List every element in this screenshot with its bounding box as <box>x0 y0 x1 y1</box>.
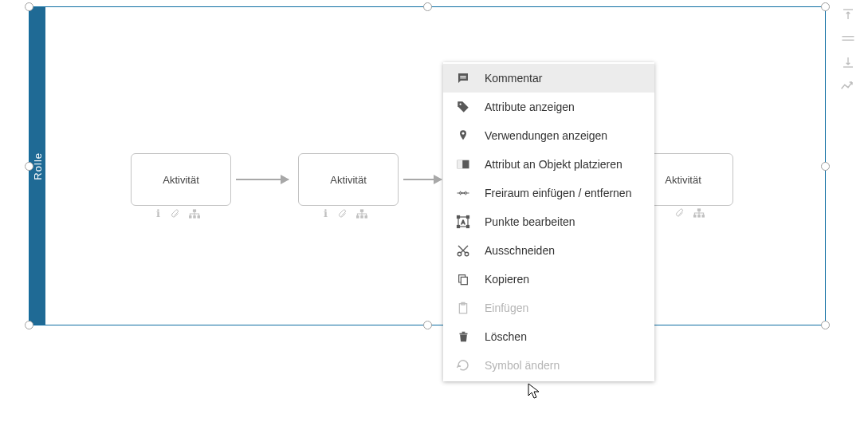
align-middle-icon <box>841 34 855 43</box>
pin-icon <box>456 128 470 143</box>
svg-rect-24 <box>467 226 469 228</box>
menu-item-label: Kopieren <box>485 273 642 286</box>
edit-points-icon: A <box>456 215 470 229</box>
resize-handle-top-left[interactable] <box>25 2 33 11</box>
svg-rect-12 <box>460 76 466 77</box>
side-toolbar <box>837 6 859 94</box>
svg-rect-1 <box>189 215 192 219</box>
menu-item-edit-points[interactable]: A Punkte bearbeiten <box>443 207 654 236</box>
svg-point-18 <box>461 192 463 194</box>
activity-node[interactable]: Aktivität <box>131 153 231 206</box>
svg-rect-10 <box>697 215 701 218</box>
resize-handle-bottom-left[interactable] <box>25 321 33 329</box>
align-top-icon <box>841 7 855 22</box>
trash-icon <box>456 329 470 344</box>
resize-handle-bottom-right[interactable] <box>821 321 830 329</box>
comment-icon <box>456 71 470 85</box>
menu-item-label: Kommentar <box>485 72 642 85</box>
undo-icon <box>456 358 470 373</box>
menu-item-label: Symbol ändern <box>485 359 642 372</box>
org-icon <box>189 209 200 219</box>
info-icon: ℹ <box>324 207 328 219</box>
panel-icon <box>456 157 470 172</box>
svg-rect-7 <box>365 215 368 219</box>
menu-item-show-usages[interactable]: Verwendungen anzeigen <box>443 121 654 150</box>
attachment-icon <box>337 208 347 219</box>
hspace-icon <box>456 186 470 200</box>
svg-rect-9 <box>693 215 697 218</box>
align-middle-button[interactable] <box>839 30 857 46</box>
resize-handle-top-center[interactable] <box>423 2 432 11</box>
cursor-icon <box>528 383 540 399</box>
paste-icon <box>456 301 470 315</box>
menu-item-comment[interactable]: Kommentar <box>443 64 654 93</box>
svg-rect-8 <box>697 208 701 211</box>
menu-item-paste: Einfügen <box>443 294 654 322</box>
svg-point-15 <box>462 132 465 135</box>
menu-item-freespace[interactable]: Freiraum einfügen / entfernen <box>443 179 654 207</box>
svg-rect-13 <box>460 77 466 78</box>
menu-item-label: Attribut an Objekt platzieren <box>485 158 642 171</box>
svg-rect-22 <box>467 216 469 219</box>
org-icon <box>693 208 705 218</box>
svg-rect-2 <box>193 215 196 219</box>
svg-rect-28 <box>461 277 467 284</box>
menu-item-change-symbol: Symbol ändern <box>443 351 654 380</box>
menu-item-label: Punkte bearbeiten <box>485 215 642 228</box>
svg-point-14 <box>460 104 461 105</box>
menu-item-label: Freiraum einfügen / entfernen <box>485 187 642 199</box>
menu-item-label: Einfügen <box>485 302 642 314</box>
info-icon: ℹ <box>156 207 160 219</box>
align-top-button[interactable] <box>839 6 857 22</box>
copy-icon <box>456 272 470 286</box>
menu-item-cut[interactable]: Ausschneiden <box>443 236 654 265</box>
menu-item-delete[interactable]: Löschen <box>443 322 654 351</box>
svg-rect-11 <box>702 215 705 218</box>
trend-button[interactable] <box>839 78 857 94</box>
menu-item-label: Verwendungen anzeigen <box>485 129 642 142</box>
activity-label: Aktivität <box>665 174 701 186</box>
svg-rect-32 <box>461 332 465 333</box>
activity-icons <box>674 207 705 219</box>
context-menu: Kommentar Attribute anzeigen Verwendunge… <box>443 62 654 381</box>
align-bottom-button[interactable] <box>839 54 857 70</box>
attachment-icon <box>674 207 684 219</box>
resize-handle-middle-left[interactable] <box>25 162 33 171</box>
svg-rect-3 <box>198 215 201 219</box>
svg-rect-0 <box>193 209 196 212</box>
org-icon <box>356 209 367 219</box>
connector-arrow[interactable] <box>236 179 289 180</box>
menu-item-label: Löschen <box>485 330 642 343</box>
svg-point-19 <box>464 192 465 194</box>
activity-label: Aktivität <box>163 174 199 186</box>
activity-node[interactable]: Aktivität <box>298 153 399 206</box>
activity-icons: ℹ <box>156 207 200 219</box>
resize-handle-middle-right[interactable] <box>821 162 830 171</box>
resize-handle-bottom-center[interactable] <box>423 321 432 329</box>
svg-rect-21 <box>458 216 460 219</box>
svg-text:A: A <box>461 219 465 225</box>
menu-item-place-attribute[interactable]: Attribut an Objekt platzieren <box>443 150 654 179</box>
svg-rect-31 <box>459 333 467 335</box>
svg-rect-5 <box>356 215 359 219</box>
activity-label: Aktivität <box>330 174 367 186</box>
svg-rect-23 <box>458 226 460 228</box>
align-bottom-icon <box>841 55 855 69</box>
menu-item-show-attributes[interactable]: Attribute anzeigen <box>443 93 654 121</box>
menu-item-copy[interactable]: Kopieren <box>443 265 654 294</box>
svg-rect-4 <box>360 209 363 212</box>
trend-icon <box>840 81 856 92</box>
resize-handle-top-right[interactable] <box>821 2 830 11</box>
cut-icon <box>456 243 470 258</box>
activity-icons: ℹ <box>324 207 367 219</box>
diagram-canvas[interactable]: Rolle Aktivität ℹ Aktivität ℹ Aktivität <box>0 0 868 422</box>
tag-icon <box>456 100 470 114</box>
menu-item-label: Ausschneiden <box>485 244 642 257</box>
menu-item-label: Attribute anzeigen <box>485 101 642 113</box>
attachment-icon <box>170 208 179 219</box>
svg-rect-17 <box>458 160 463 169</box>
connector-arrow[interactable] <box>403 179 442 180</box>
svg-rect-6 <box>360 215 363 219</box>
